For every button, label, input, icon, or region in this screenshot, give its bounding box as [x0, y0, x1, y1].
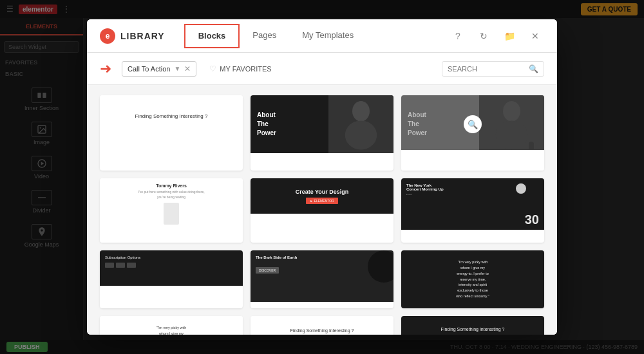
person-silhouette: [164, 203, 179, 225]
block-card-8[interactable]: The Dark Side of Earth DISCOVER: [251, 250, 393, 308]
block-preview-11: Finding Something Interesting ?: [251, 316, 393, 335]
refresh-button[interactable]: ↻: [475, 27, 493, 45]
close-button[interactable]: ✕: [526, 27, 544, 45]
tab-my-templates[interactable]: My Templates: [289, 19, 366, 53]
download-icon: ↓: [408, 158, 412, 166]
block-preview-9: "I'm very picky withwhom I give myenergy…: [401, 250, 544, 308]
block-text-1: Finding Something Interesting ?: [135, 113, 208, 119]
heart-icon: ♡: [209, 64, 216, 73]
modal-header: e LIBRARY Blocks Pages My Templates ? ↻ …: [87, 19, 557, 53]
concert-orb: [516, 183, 526, 194]
blocks-grid: Finding Something Interesting ? AboutThe…: [100, 95, 544, 335]
filter-tag-label: Call To Action: [128, 65, 170, 73]
block-card-9[interactable]: "I'm very picky withwhom I give myenergy…: [401, 250, 544, 308]
block-preview-5: Create Your Design ► ELEMENTOR: [251, 178, 393, 214]
filter-tag[interactable]: Call To Action ▼ ✕: [122, 61, 196, 77]
library-logo-icon: e: [100, 28, 115, 44]
zoom-icon: 🔍: [464, 115, 482, 133]
modal-overlay[interactable]: e LIBRARY Blocks Pages My Templates ? ↻ …: [0, 0, 644, 354]
search-input[interactable]: [448, 65, 525, 73]
filter-dropdown-arrow: ▼: [174, 65, 180, 72]
svg-point-7: [352, 101, 370, 122]
block-preview-6: The New YorkConcert Morning Up • • • 30: [401, 178, 544, 230]
block-preview-10: "I'm very picky withwhom I give myenergy…: [100, 316, 243, 335]
block-card-2[interactable]: AboutThePower: [251, 95, 393, 171]
card-hover-overlay: 🔍: [401, 95, 544, 153]
modal-tabs: Blocks Pages My Templates: [184, 19, 449, 53]
block-card-10[interactable]: "I'm very picky withwhom I give myenergy…: [100, 316, 243, 335]
svg-point-8: [345, 120, 377, 149]
library-modal: e LIBRARY Blocks Pages My Templates ? ↻ …: [87, 19, 557, 335]
library-title: LIBRARY: [120, 31, 165, 41]
modal-toolbar: ➜ Call To Action ▼ ✕ ♡ MY FAVORITES 🔍: [87, 53, 557, 85]
create-btn: ► ELEMENTOR: [306, 198, 337, 204]
search-icon: 🔍: [529, 64, 538, 73]
block-card-6[interactable]: The New YorkConcert Morning Up • • • 30: [401, 178, 544, 243]
tab-pages[interactable]: Pages: [240, 19, 289, 53]
modal-header-actions: ? ↻ 📁 ✕: [449, 27, 544, 45]
block-preview-7: Subscription Options: [100, 250, 243, 286]
favorites-button[interactable]: ♡ MY FAVORITES: [204, 62, 276, 76]
cursor-indicator: [529, 142, 534, 149]
card-insert-bar: ↓ INSERT ♡: [401, 153, 544, 171]
search-box: 🔍: [442, 61, 544, 77]
modal-content[interactable]: Finding Something Interesting ? AboutThe…: [87, 85, 557, 335]
favorites-label: MY FAVORITES: [220, 65, 271, 73]
block-card-1[interactable]: Finding Something Interesting ?: [100, 95, 243, 171]
block-card-7[interactable]: Subscription Options: [100, 250, 243, 308]
help-button[interactable]: ?: [449, 27, 467, 45]
favorite-button[interactable]: ♡: [531, 158, 538, 167]
insert-button[interactable]: ↓ INSERT: [408, 158, 438, 166]
block-card-4[interactable]: Tommy Rivers I've put here something wit…: [100, 178, 243, 243]
block-preview-2: AboutThePower: [251, 95, 393, 153]
library-logo: e LIBRARY: [100, 28, 165, 44]
block-preview-4: Tommy Rivers I've put here something wit…: [100, 178, 243, 243]
block-card-11[interactable]: Finding Something Interesting ?: [251, 316, 393, 335]
block-card-12[interactable]: Finding Something Interesting ?: [401, 316, 544, 335]
block-preview-3: AboutThePower 🔍: [401, 95, 544, 153]
block-preview-1: Finding Something Interesting ?: [100, 95, 243, 137]
folder-button[interactable]: 📁: [500, 27, 518, 45]
red-arrow-icon: ➜: [100, 61, 111, 77]
block-card-3[interactable]: AboutThePower 🔍: [401, 95, 544, 171]
block-preview-12: Finding Something Interesting ?: [401, 316, 544, 335]
block-preview-8: The Dark Side of Earth DISCOVER: [251, 250, 393, 302]
tab-blocks[interactable]: Blocks: [184, 24, 240, 48]
block-card-5[interactable]: Create Your Design ► ELEMENTOR: [251, 178, 393, 243]
filter-remove-button[interactable]: ✕: [184, 64, 191, 73]
